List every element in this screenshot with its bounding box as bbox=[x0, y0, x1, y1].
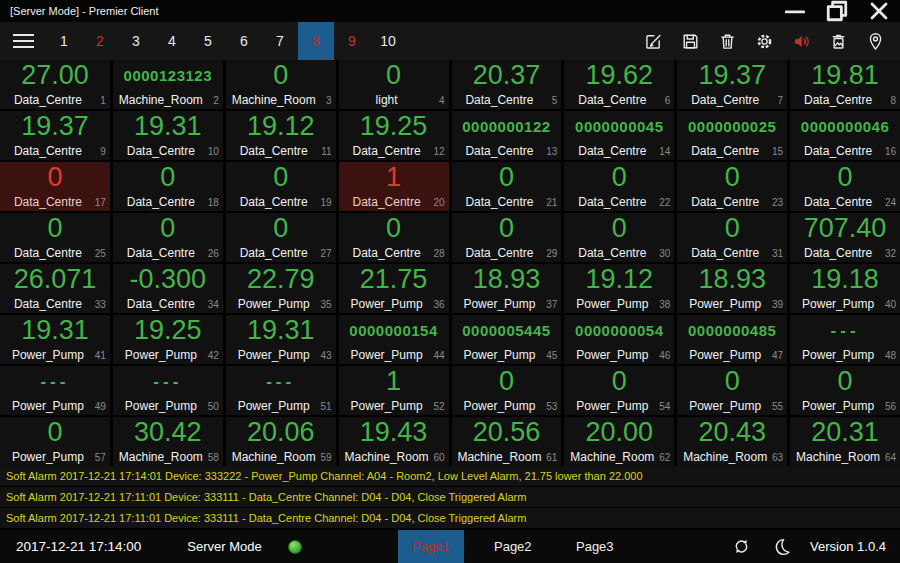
restore-button[interactable] bbox=[816, 0, 858, 22]
delete-button[interactable] bbox=[716, 30, 738, 52]
sensor-cell[interactable]: 0000123123Machine_Room2 bbox=[113, 60, 223, 109]
alarm-message[interactable]: Soft Alarm 2017-12-21 17:14:01 Device: 3… bbox=[0, 466, 900, 486]
sensor-cell[interactable]: 18.93Power_Pump39 bbox=[677, 264, 787, 313]
sensor-cell[interactable]: 0Data_Centre27 bbox=[226, 213, 336, 262]
sensor-cell[interactable]: 0Data_Centre26 bbox=[113, 213, 223, 262]
night-mode-button[interactable] bbox=[770, 536, 792, 558]
sensor-cell[interactable]: 19.12Power_Pump38 bbox=[564, 264, 674, 313]
sensor-cell[interactable]: 0Data_Centre17 bbox=[0, 162, 110, 211]
sensor-cell[interactable]: 0Power_Pump55 bbox=[677, 366, 787, 415]
page-tab-page1[interactable]: Page1 bbox=[398, 530, 464, 563]
sensor-cell[interactable]: 20.56Machine_Room61 bbox=[452, 417, 562, 466]
sensor-cell[interactable]: 18.93Power_Pump37 bbox=[452, 264, 562, 313]
sensor-cell[interactable]: 19.25Data_Centre12 bbox=[339, 111, 449, 160]
sensor-cell[interactable]: 0000000485Power_Pump47 bbox=[677, 315, 787, 364]
sensor-cell[interactable]: 0000000122Data_Centre13 bbox=[452, 111, 562, 160]
sensor-cell[interactable]: 0000000054Power_Pump46 bbox=[564, 315, 674, 364]
sensor-cell[interactable]: 26.071Data_Centre33 bbox=[0, 264, 110, 313]
sensor-cell[interactable]: 0Data_Centre30 bbox=[564, 213, 674, 262]
sensor-cell[interactable]: 20.00Machine_Room62 bbox=[564, 417, 674, 466]
sensor-cell[interactable]: 30.42Machine_Room58 bbox=[113, 417, 223, 466]
sensor-cell[interactable]: 19.37Data_Centre7 bbox=[677, 60, 787, 109]
sensor-cell[interactable]: 0000000154Power_Pump44 bbox=[339, 315, 449, 364]
sensor-cell[interactable]: 19.81Data_Centre8 bbox=[790, 60, 900, 109]
save-button[interactable] bbox=[679, 30, 701, 52]
sensor-cell[interactable]: 0Data_Centre23 bbox=[677, 162, 787, 211]
sensor-cell[interactable]: 0000005445Power_Pump45 bbox=[452, 315, 562, 364]
sensor-cell[interactable]: 0light4 bbox=[339, 60, 449, 109]
sensor-cell[interactable]: 19.43Machine_Room60 bbox=[339, 417, 449, 466]
screen-tab-10[interactable]: 10 bbox=[370, 22, 406, 60]
minimize-button[interactable] bbox=[774, 0, 816, 22]
screen-tab-7[interactable]: 7 bbox=[262, 22, 298, 60]
sensor-cell[interactable]: 0Machine_Room3 bbox=[226, 60, 336, 109]
sensor-cell[interactable]: 0Data_Centre24 bbox=[790, 162, 900, 211]
audio-alarm-icon bbox=[791, 31, 812, 52]
sensor-cell[interactable]: 707.40Data_Centre32 bbox=[790, 213, 900, 262]
sensor-cell[interactable]: 20.06Machine_Room59 bbox=[226, 417, 336, 466]
sensor-channel-label: Data_Centre bbox=[677, 93, 773, 107]
sensor-cell[interactable]: 0000000045Data_Centre14 bbox=[564, 111, 674, 160]
sensor-cell[interactable]: 22.79Power_Pump35 bbox=[226, 264, 336, 313]
alarm-message[interactable]: Soft Alarm 2017-12-21 17:11:01 Device: 3… bbox=[0, 487, 900, 507]
sensor-cell[interactable]: 0Data_Centre18 bbox=[113, 162, 223, 211]
sensor-cell[interactable]: 20.43Machine_Room63 bbox=[677, 417, 787, 466]
sensor-cell[interactable]: 19.12Data_Centre11 bbox=[226, 111, 336, 160]
sync-button[interactable] bbox=[730, 536, 752, 558]
sync-icon bbox=[731, 536, 752, 557]
screen-tab-5[interactable]: 5 bbox=[190, 22, 226, 60]
sensor-cell[interactable]: 19.31Power_Pump43 bbox=[226, 315, 336, 364]
sensor-cell[interactable]: 0000000046Data_Centre16 bbox=[790, 111, 900, 160]
sensor-cell[interactable]: 0Data_Centre19 bbox=[226, 162, 336, 211]
sensor-cell[interactable]: 0Data_Centre22 bbox=[564, 162, 674, 211]
sensor-cell[interactable]: 0Power_Pump57 bbox=[0, 417, 110, 466]
sensor-cell[interactable]: 19.62Data_Centre6 bbox=[564, 60, 674, 109]
edit-button[interactable] bbox=[642, 30, 664, 52]
sensor-cell[interactable]: ---Power_Pump51 bbox=[226, 366, 336, 415]
hamburger-menu-button[interactable] bbox=[0, 22, 46, 60]
location-button[interactable] bbox=[864, 30, 886, 52]
sensor-cell[interactable]: 0Power_Pump53 bbox=[452, 366, 562, 415]
alarm-message[interactable]: Soft Alarm 2017-12-21 17:11:01 Device: 3… bbox=[0, 508, 900, 528]
sensor-cell[interactable]: 0Data_Centre21 bbox=[452, 162, 562, 211]
sensor-cell[interactable]: 27.00Data_Centre1 bbox=[0, 60, 110, 109]
screen-tab-8[interactable]: 8 bbox=[298, 22, 334, 60]
page-tab-page2[interactable]: Page2 bbox=[480, 530, 546, 563]
screen-tab-3[interactable]: 3 bbox=[118, 22, 154, 60]
sensor-cell[interactable]: 0Data_Centre28 bbox=[339, 213, 449, 262]
page-tab-page3[interactable]: Page3 bbox=[562, 530, 628, 563]
sensor-value: 0000123123 bbox=[113, 60, 223, 92]
sensor-cell[interactable]: 0Data_Centre29 bbox=[452, 213, 562, 262]
sensor-cell[interactable]: 21.75Power_Pump36 bbox=[339, 264, 449, 313]
clear-image-button[interactable] bbox=[827, 30, 849, 52]
screen-tab-1[interactable]: 1 bbox=[46, 22, 82, 60]
sensor-cell[interactable]: 19.31Power_Pump41 bbox=[0, 315, 110, 364]
sensor-cell[interactable]: 0Power_Pump56 bbox=[790, 366, 900, 415]
sensor-cell[interactable]: ---Power_Pump49 bbox=[0, 366, 110, 415]
sensor-cell[interactable]: ---Power_Pump50 bbox=[113, 366, 223, 415]
close-button[interactable] bbox=[858, 0, 900, 22]
sensor-channel-label: Data_Centre bbox=[790, 195, 886, 209]
audio-alarm-button[interactable] bbox=[790, 30, 812, 52]
sensor-cell[interactable]: 1Power_Pump52 bbox=[339, 366, 449, 415]
sensor-cell[interactable]: 0Data_Centre31 bbox=[677, 213, 787, 262]
sensor-cell[interactable]: 20.37Data_Centre5 bbox=[452, 60, 562, 109]
sensor-cell[interactable]: ---Power_Pump48 bbox=[790, 315, 900, 364]
sensor-cell[interactable]: 0Data_Centre25 bbox=[0, 213, 110, 262]
screen-tab-6[interactable]: 6 bbox=[226, 22, 262, 60]
sensor-value: 0000000122 bbox=[452, 111, 562, 143]
sensor-cell[interactable]: 19.18Power_Pump40 bbox=[790, 264, 900, 313]
sensor-cell[interactable]: 19.37Data_Centre9 bbox=[0, 111, 110, 160]
sensor-cell[interactable]: 0Power_Pump54 bbox=[564, 366, 674, 415]
sensor-cell[interactable]: 0000000025Data_Centre15 bbox=[677, 111, 787, 160]
sensor-cell[interactable]: -0.300Data_Centre34 bbox=[113, 264, 223, 313]
sensor-cell[interactable]: 19.25Power_Pump42 bbox=[113, 315, 223, 364]
sensor-cell[interactable]: 20.31Machine_Room64 bbox=[790, 417, 900, 466]
screen-tab-9[interactable]: 9 bbox=[334, 22, 370, 60]
sensor-value: 1 bbox=[339, 366, 449, 398]
sensor-cell[interactable]: 19.31Data_Centre10 bbox=[113, 111, 223, 160]
screen-tab-4[interactable]: 4 bbox=[154, 22, 190, 60]
settings-button[interactable] bbox=[753, 30, 775, 52]
screen-tab-2[interactable]: 2 bbox=[82, 22, 118, 60]
sensor-cell[interactable]: 1Data_Centre20 bbox=[339, 162, 449, 211]
